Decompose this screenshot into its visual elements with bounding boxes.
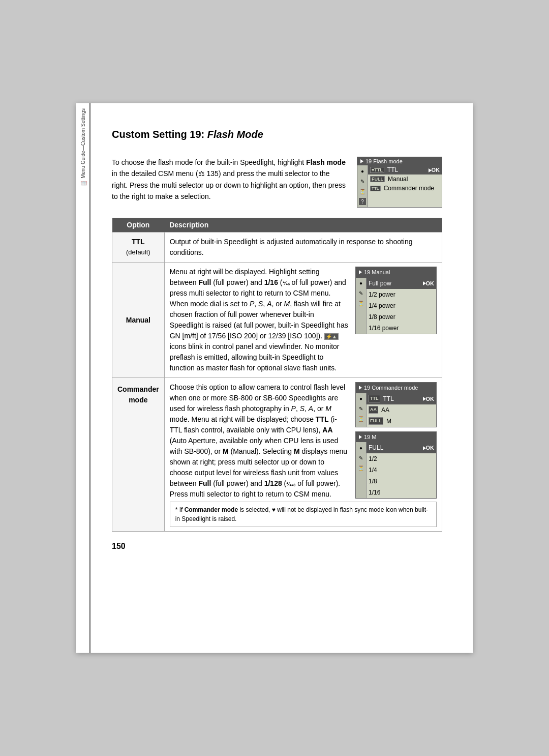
page-number: 150: [112, 542, 442, 551]
commander-note: * If Commander mode is selected, ♥ will …: [170, 502, 437, 527]
side-icon-cam2: ●: [357, 280, 364, 287]
desc-manual: Menu at right will be displayed. Highlig…: [164, 263, 442, 378]
option-manual: Manual: [112, 263, 165, 378]
lcd-manual-row5: 1/16 power: [367, 323, 436, 334]
play-icon: [360, 159, 363, 163]
lcd-manual-row2: 1/2 power: [367, 289, 436, 300]
intro-text: To choose the flash mode for the built-i…: [112, 157, 347, 208]
play-icon-m: [359, 435, 362, 439]
lcd-m-row1: FULL OK: [367, 442, 436, 453]
lcd-cmd-row1: TTL TTL OK: [367, 393, 436, 404]
lcd-manual-row3: 1/4 power: [367, 300, 436, 311]
lcd-manual: 19 Manual ● ✎ ⏳: [355, 267, 437, 373]
page-content: 📖 Menu Guide—Custom Settings Custom Sett…: [76, 103, 473, 653]
side-icon-pencil: ✎: [359, 178, 366, 185]
lcd-commander-header: 19 Commander mode: [356, 383, 436, 393]
lcd-m: 19 M ● ✎ ⏳: [355, 431, 437, 499]
table-row-manual: Manual Menu at right will be displayed. …: [112, 263, 442, 378]
side-icon-question: ?: [359, 198, 366, 205]
lcd-commander: 19 Commander mode ● ✎ ⏳: [355, 382, 437, 427]
play-icon-manual: [359, 270, 362, 274]
table-header-row: Option Description: [112, 218, 442, 232]
side-icon-tim4: ⏳: [357, 464, 364, 472]
lcd-m-row4: 1/8: [367, 476, 436, 487]
page-title: Custom Setting 19: Flash Mode: [112, 129, 442, 149]
play-icon-commander: [359, 386, 362, 390]
option-ttl: TTL (default): [112, 232, 165, 263]
lcd-m-header: 19 M: [356, 432, 436, 443]
lcd-m-row2: 1/2: [367, 453, 436, 464]
side-icon-cam4: ●: [357, 444, 364, 451]
table-row-commander: Commandermode Choose this option to allo…: [112, 378, 442, 532]
lcd-row-commander: TTL Commander mode: [368, 184, 442, 193]
lcd-flash-mode-header: 19 Flash mode: [357, 157, 442, 165]
side-icon-cam3: ●: [357, 395, 364, 402]
col-description-header: Description: [164, 218, 442, 232]
lcd-manual-header: 19 Manual: [356, 267, 436, 278]
lcd-manual-row4: 1/8 power: [367, 311, 436, 323]
lcd-m-row3: 1/4: [367, 464, 436, 476]
lcd-manual-row1: Full pow OK: [367, 278, 436, 289]
side-icon-pen2: ✎: [357, 290, 364, 297]
lcd-row-ttl: ♥TTL TTL OK: [368, 165, 442, 175]
desc-commander: Choose this option to allow camera to co…: [164, 378, 442, 532]
intro-section: To choose the flash mode for the built-i…: [112, 157, 442, 208]
option-commander: Commandermode: [112, 378, 165, 532]
side-icon-tim3: ⏳: [357, 416, 364, 423]
lcd-cmd-row3: FULL M: [367, 416, 436, 427]
lcd-row-manual: FULL Manual: [368, 175, 442, 184]
side-icon-pen4: ✎: [357, 454, 364, 461]
sidebar-label: 📖 Menu Guide—Custom Settings: [79, 103, 87, 192]
col-option-header: Option: [112, 218, 165, 232]
lcd-flash-mode: 19 Flash mode ● ✎ ⏳ ? ♥TTL TTL OK: [357, 157, 442, 208]
sidebar-icon-book: 📖: [80, 181, 86, 187]
desc-ttl: Output of built-in Speedlight is adjuste…: [164, 232, 442, 263]
side-icon-pen3: ✎: [357, 405, 364, 413]
lcd-m-row5: 1/16: [367, 487, 436, 498]
lcd-cmd-row2: AA AA: [367, 404, 436, 416]
table-row-ttl: TTL (default) Output of built-in Speedli…: [112, 232, 442, 263]
sidebar: 📖 Menu Guide—Custom Settings: [76, 103, 90, 653]
side-icon-timer: ⏳: [359, 188, 366, 195]
side-icon-camera: ●: [359, 167, 366, 175]
side-icon-tim2: ⏳: [357, 300, 364, 307]
main-table: Option Description TTL (default) Output …: [112, 218, 442, 532]
commander-screens: 19 Commander mode ● ✎ ⏳: [355, 382, 437, 500]
